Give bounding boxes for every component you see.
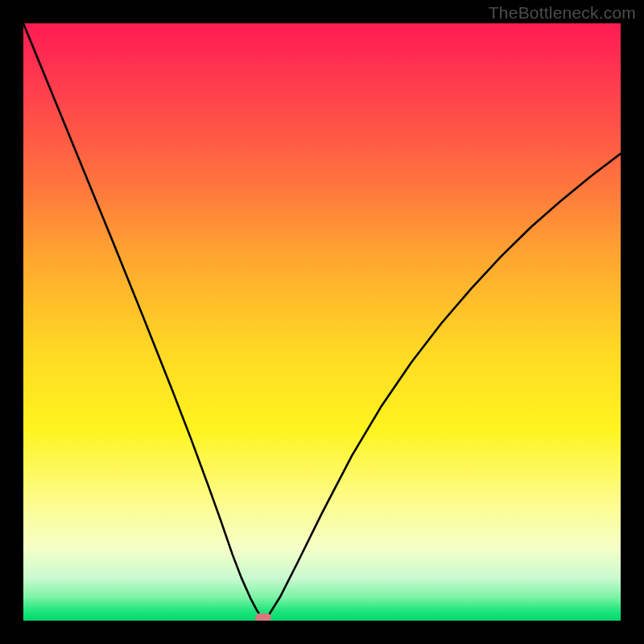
plot-area [23, 23, 621, 621]
chart-frame: TheBottleneck.com [0, 0, 644, 644]
bottleneck-curve [23, 23, 621, 621]
watermark-text: TheBottleneck.com [489, 3, 636, 23]
curve-left-branch [23, 23, 261, 617]
optimum-marker [255, 613, 271, 621]
curve-right-branch [268, 154, 621, 616]
